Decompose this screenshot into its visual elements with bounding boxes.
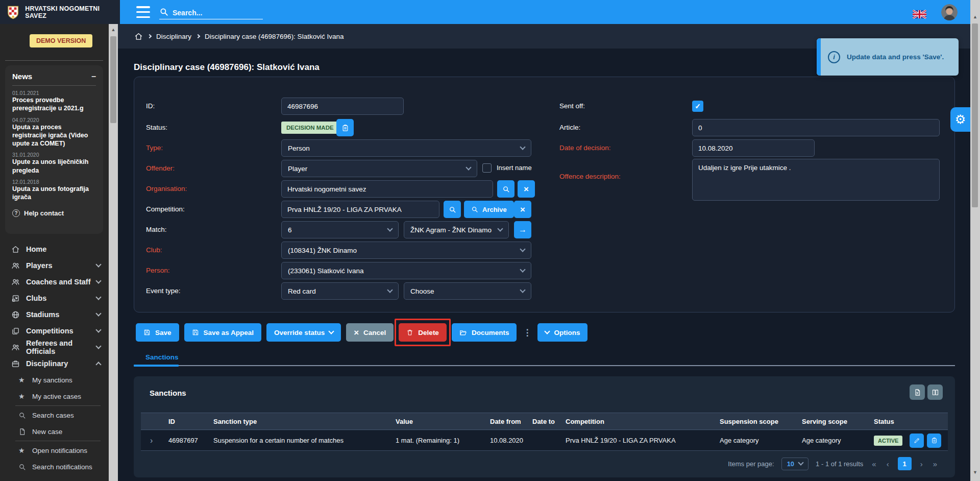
- more-actions-icon[interactable]: ⋮: [522, 327, 532, 338]
- club-label: Club:: [146, 242, 162, 259]
- person-select[interactable]: (233061) Slatković Ivana: [281, 262, 531, 279]
- sidebar-item-disciplinary[interactable]: Disciplinary: [0, 355, 109, 372]
- go-to-match-button[interactable]: →: [514, 221, 531, 238]
- documents-button[interactable]: Documents: [452, 323, 517, 342]
- scrollbar-thumb[interactable]: [110, 36, 116, 123]
- sidebar-item-players[interactable]: Players: [0, 257, 109, 274]
- home-icon: [11, 245, 20, 254]
- user-avatar[interactable]: [941, 4, 958, 20]
- folder-icon: [459, 329, 467, 336]
- items-per-page-label: Items per page:: [728, 460, 774, 468]
- current-page-button[interactable]: 1: [898, 457, 912, 470]
- sidebar-item-search-notifications[interactable]: Search notifications: [0, 459, 109, 475]
- columns-button[interactable]: [927, 384, 943, 400]
- next-page-icon[interactable]: ›: [919, 460, 924, 468]
- sidebar-item-clubs[interactable]: Clubs: [0, 290, 109, 306]
- competition-search-button[interactable]: [444, 201, 461, 218]
- status-history-button[interactable]: [336, 119, 354, 136]
- sidebar-item-stadiums[interactable]: Stadiums: [0, 306, 109, 323]
- scroll-up-icon[interactable]: ▲: [970, 13, 980, 20]
- cancel-button[interactable]: × Cancel: [346, 323, 394, 342]
- scrollbar-thumb[interactable]: [972, 23, 978, 207]
- subnav-divider: [15, 405, 101, 406]
- expand-row-icon[interactable]: ›: [141, 436, 163, 445]
- page-scrollbar[interactable]: ▲ ▼: [970, 0, 980, 481]
- news-item-title[interactable]: Proces provedbe preregistracije u 2021.g: [12, 96, 96, 113]
- chevron-down-icon: [520, 287, 525, 293]
- organisation-clear-button[interactable]: ×: [518, 180, 535, 198]
- sidebar-item-coaches-and-staff[interactable]: Coaches and Staff: [0, 274, 109, 290]
- sidebar-item-referees-and-officials[interactable]: Referees and Officials: [0, 339, 109, 355]
- offence-description-field[interactable]: Udaljen iz igre Prije utakmice .: [692, 159, 940, 201]
- status-badge: DECISION MADE: [281, 122, 339, 134]
- sidebar-item-competitions[interactable]: Competitions: [0, 323, 109, 339]
- people-icon: [11, 278, 20, 286]
- event-subtype-select[interactable]: Choose: [404, 282, 531, 300]
- sidebar-item-my-sanctions[interactable]: ★ My sanctions: [0, 372, 109, 388]
- subnav-divider: [15, 441, 101, 441]
- collapse-icon[interactable]: −: [91, 73, 96, 81]
- clipboard-icon: [931, 437, 938, 444]
- news-item[interactable]: 31.01.2020 Upute za unos liječničkih pre…: [12, 152, 96, 175]
- sidebar-item-open-notifications[interactable]: ★ Open notifications: [0, 442, 109, 459]
- edit-sanction-button[interactable]: [910, 434, 924, 448]
- insert-name-checkbox[interactable]: [482, 163, 492, 173]
- club-select[interactable]: (108341) ŽNK Dinamo: [281, 242, 531, 259]
- search-icon: [159, 7, 168, 16]
- offender-select[interactable]: Player: [281, 160, 477, 177]
- scroll-down-icon[interactable]: ▼: [970, 469, 980, 476]
- news-item[interactable]: 04.07.2020 Uputa za proces registracije …: [12, 117, 96, 148]
- event-type-label: Event type:: [146, 282, 181, 300]
- breadcrumb-disciplinary[interactable]: Disciplinary: [156, 33, 191, 40]
- help-contact-link[interactable]: ? Help contact: [12, 209, 96, 217]
- type-select[interactable]: Person: [281, 139, 531, 157]
- match-pairing-select[interactable]: ŽNK Agram - ŽNK Dinamo: [404, 221, 509, 238]
- organisation-search-button[interactable]: [497, 180, 514, 198]
- competition-clear-button[interactable]: ×: [514, 201, 531, 218]
- sidebar-item-new-case[interactable]: New case: [0, 423, 109, 440]
- last-page-icon[interactable]: »: [932, 460, 939, 468]
- prev-page-icon[interactable]: ‹: [885, 460, 891, 468]
- news-item-title[interactable]: Upute za unos liječničkih pregleda: [12, 158, 96, 175]
- news-item[interactable]: 01.01.2021 Proces provedbe preregistraci…: [12, 90, 96, 113]
- scroll-up-icon[interactable]: ▲: [109, 26, 118, 33]
- items-per-page-select[interactable]: 10: [781, 458, 808, 470]
- sidebar-item-home[interactable]: Home: [0, 241, 109, 257]
- sanction-history-button[interactable]: [927, 434, 941, 448]
- col-value: Value: [390, 418, 485, 425]
- search-input[interactable]: [173, 9, 249, 17]
- override-status-button[interactable]: Override status: [266, 323, 341, 342]
- save-as-appeal-button[interactable]: Save as Appeal: [184, 323, 262, 342]
- options-button[interactable]: Options: [537, 323, 587, 342]
- article-field[interactable]: [692, 119, 940, 136]
- offence-description-label: Offence description:: [559, 168, 621, 185]
- breadcrumb-separator-icon: [196, 34, 200, 38]
- competition-field[interactable]: [281, 201, 439, 218]
- sidebar-scrollbar[interactable]: ▲: [109, 24, 118, 481]
- date-of-decision-field[interactable]: [692, 139, 815, 157]
- organisation-field[interactable]: [281, 180, 493, 198]
- sidebar-item-search-cases[interactable]: Search cases: [0, 407, 109, 423]
- settings-fab[interactable]: ⚙: [950, 107, 970, 132]
- sidebar-item-my-active-cases[interactable]: ★ My active cases: [0, 388, 109, 404]
- save-button[interactable]: Save: [136, 323, 179, 342]
- export-file-button[interactable]: [910, 384, 925, 400]
- news-item-title[interactable]: Uputa za unos fotografija igrača: [12, 185, 96, 202]
- language-flag-uk-icon[interactable]: [913, 10, 926, 19]
- event-type-select[interactable]: Red card: [281, 282, 399, 300]
- match-round-select[interactable]: 6: [281, 221, 399, 238]
- menu-toggle-button[interactable]: [136, 6, 150, 18]
- toast-accent-stripe: [817, 38, 821, 76]
- chevron-up-icon: [95, 362, 101, 367]
- home-icon[interactable]: [134, 32, 143, 41]
- sanctions-title: Sanctions: [150, 389, 186, 397]
- news-item-title[interactable]: Uputa za proces registracije igrača (Vid…: [12, 123, 96, 148]
- first-page-icon[interactable]: «: [870, 460, 877, 468]
- status-label: Status:: [146, 119, 167, 136]
- news-item[interactable]: 12.01.2018 Uputa za unos fotografija igr…: [12, 179, 96, 202]
- delete-button[interactable]: Delete: [399, 323, 447, 342]
- id-field[interactable]: [281, 98, 404, 115]
- sent-off-checkbox[interactable]: ✓: [692, 101, 703, 112]
- tab-sanctions[interactable]: Sanctions: [145, 353, 179, 361]
- competition-archive-button[interactable]: Archive: [464, 201, 514, 218]
